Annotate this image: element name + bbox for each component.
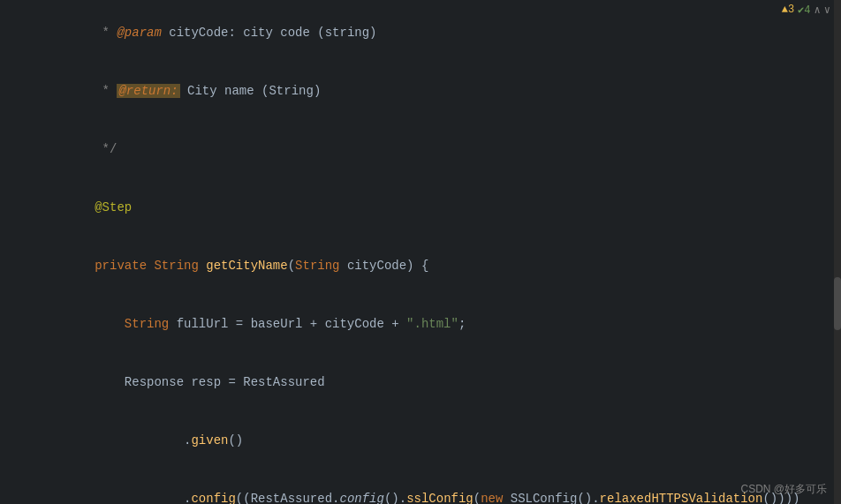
line-7: Response resp = RestAssured — [0, 353, 841, 411]
line-5: private String getCityName(String cityCo… — [0, 237, 841, 295]
line-2: * @return: City name (String) — [0, 62, 841, 120]
credit-text: CSDN @好多可乐 — [740, 482, 827, 497]
warning-badge: ▲3 — [782, 4, 794, 16]
code-lines: * @param cityCode: city code (string) * … — [0, 0, 841, 504]
line-content-1: * @param cityCode: city code (string) — [35, 4, 841, 62]
code-editor: ▲3 ✔4 ∧ ∨ * @param cityCode: city code (… — [0, 0, 841, 504]
scrollbar[interactable] — [834, 0, 841, 504]
line-content-3: */ — [35, 120, 841, 178]
line-content-7: Response resp = RestAssured — [35, 353, 841, 411]
line-9: .config((RestAssured.config().sslConfig(… — [0, 470, 841, 504]
nav-up[interactable]: ∧ — [814, 4, 821, 17]
line-content-9: .config((RestAssured.config().sslConfig(… — [35, 470, 841, 504]
line-content-5: private String getCityName(String cityCo… — [35, 237, 841, 295]
line-content-2: * @return: City name (String) — [35, 62, 841, 120]
line-4: @Step — [0, 178, 841, 237]
status-badges: ▲3 ✔4 ∧ ∨ — [782, 0, 830, 19]
line-6: String fullUrl = baseUrl + cityCode + ".… — [0, 295, 841, 353]
line-content-6: String fullUrl = baseUrl + cityCode + ".… — [35, 295, 841, 353]
nav-down[interactable]: ∨ — [824, 4, 830, 17]
line-content-4: @Step — [35, 178, 841, 237]
line-3: */ — [0, 120, 841, 178]
line-content-8: .given() — [35, 411, 841, 470]
check-badge: ✔4 — [798, 4, 810, 17]
line-1: * @param cityCode: city code (string) — [0, 4, 841, 62]
scrollbar-thumb[interactable] — [834, 277, 841, 330]
line-8: .given() — [0, 411, 841, 470]
